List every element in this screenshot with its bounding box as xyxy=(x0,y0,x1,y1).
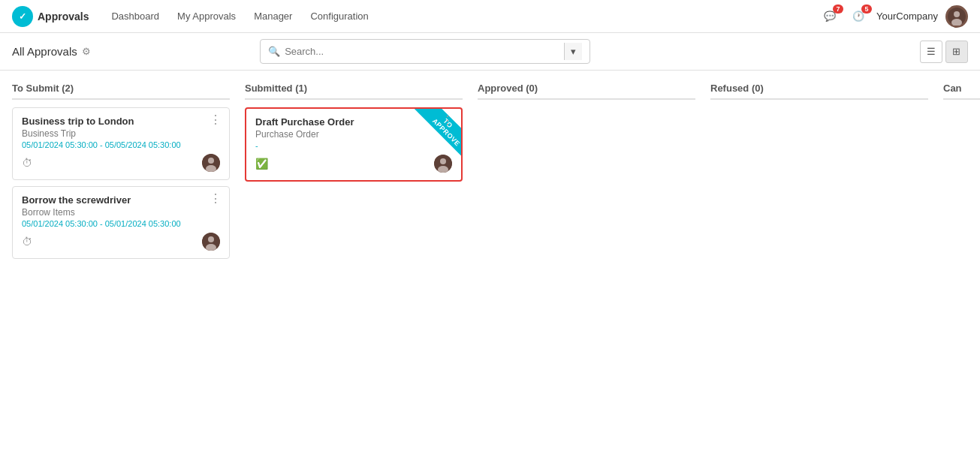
kanban-column-3: Refused (0) xyxy=(710,83,928,451)
subheader: All Approvals ⚙ 🔍 ▾ ☰ ⊞ xyxy=(0,33,980,71)
search-icon: 🔍 xyxy=(268,46,280,57)
card-footer: ✅ xyxy=(255,155,452,173)
kanban-column-2: Approved (0) xyxy=(478,83,695,451)
card-subtitle: Borrow Items xyxy=(22,207,220,218)
kanban-card[interactable]: ⋮Business trip to LondonBusiness Trip05/… xyxy=(12,107,230,180)
column-header-0: To Submit (2) xyxy=(12,83,230,100)
card-footer: ⏱ xyxy=(22,233,220,251)
column-header-2: Approved (0) xyxy=(478,83,695,100)
top-navigation: ✓ Approvals Dashboard My Approvals Manag… xyxy=(0,0,980,33)
brand-icon: ✓ xyxy=(12,6,33,27)
card-subtitle: Purchase Order xyxy=(255,129,452,140)
card-avatar xyxy=(202,154,220,172)
clock-icon: ⏱ xyxy=(22,157,32,169)
card-date: 05/01/2024 05:30:00 - 05/05/2024 05:30:0… xyxy=(22,140,220,149)
search-bar[interactable]: 🔍 ▾ xyxy=(260,39,590,64)
brand-name: Approvals xyxy=(38,11,89,23)
svg-point-7 xyxy=(208,236,214,242)
column-header-1: Submitted (1) xyxy=(245,83,463,100)
kanban-card[interactable]: ⋮Borrow the screwdriverBorrow Items05/01… xyxy=(12,186,230,259)
kanban-view-button[interactable]: ⊞ xyxy=(945,41,968,63)
nav-my-approvals[interactable]: My Approvals xyxy=(170,8,243,25)
search-input[interactable] xyxy=(285,46,561,57)
svg-point-1 xyxy=(954,11,960,17)
kanban-column-0: To Submit (2)⋮Business trip to LondonBus… xyxy=(12,83,230,451)
card-date: 05/01/2024 05:30:00 - 05/01/2024 05:30:0… xyxy=(22,219,220,228)
nav-right: 💬 7 🕐 5 YourCompany xyxy=(819,5,968,28)
card-subtitle: Business Trip xyxy=(22,128,220,139)
view-toggles: ☰ ⊞ xyxy=(920,41,968,63)
card-title: Business trip to London xyxy=(22,116,220,127)
card-footer: ⏱ xyxy=(22,154,220,172)
svg-point-4 xyxy=(208,158,214,164)
page-title: All Approvals ⚙ xyxy=(12,45,91,58)
card-title: Borrow the screwdriver xyxy=(22,194,220,206)
search-dropdown-button[interactable]: ▾ xyxy=(564,43,582,60)
kanban-column-1: Submitted (1)TO APPROVE⋮Draft Purchase O… xyxy=(245,83,463,451)
card-avatar xyxy=(434,155,452,173)
settings-icon[interactable]: ⚙ xyxy=(82,46,91,57)
card-menu-button[interactable]: ⋮ xyxy=(442,115,454,127)
card-date: - xyxy=(255,141,452,150)
column-header-4: Can xyxy=(943,83,980,100)
user-avatar[interactable] xyxy=(945,5,968,28)
card-title: Draft Purchase Order xyxy=(255,116,452,128)
page-title-text: All Approvals xyxy=(12,45,77,58)
company-name: YourCompany xyxy=(876,11,938,22)
card-avatar xyxy=(202,233,220,251)
activities-badge: 5 xyxy=(861,5,872,14)
list-view-button[interactable]: ☰ xyxy=(920,41,942,63)
card-menu-button[interactable]: ⋮ xyxy=(210,114,222,126)
kanban-board: To Submit (2)⋮Business trip to LondonBus… xyxy=(0,71,980,463)
messages-badge: 7 xyxy=(833,5,843,14)
brand[interactable]: ✓ Approvals xyxy=(12,6,89,27)
kanban-column-4: Can xyxy=(943,83,980,451)
svg-point-10 xyxy=(440,158,446,164)
nav-links: Dashboard My Approvals Manager Configura… xyxy=(104,8,819,25)
kanban-card[interactable]: TO APPROVE⋮Draft Purchase OrderPurchase … xyxy=(245,107,463,182)
check-icon: ✅ xyxy=(255,158,268,170)
nav-dashboard[interactable]: Dashboard xyxy=(104,8,167,25)
nav-manager[interactable]: Manager xyxy=(246,8,300,25)
activities-button[interactable]: 🕐 5 xyxy=(848,6,869,27)
nav-configuration[interactable]: Configuration xyxy=(303,8,375,25)
card-menu-button[interactable]: ⋮ xyxy=(210,193,222,205)
clock-icon: ⏱ xyxy=(22,236,32,248)
messages-button[interactable]: 💬 7 xyxy=(819,6,840,27)
column-header-3: Refused (0) xyxy=(710,83,928,100)
